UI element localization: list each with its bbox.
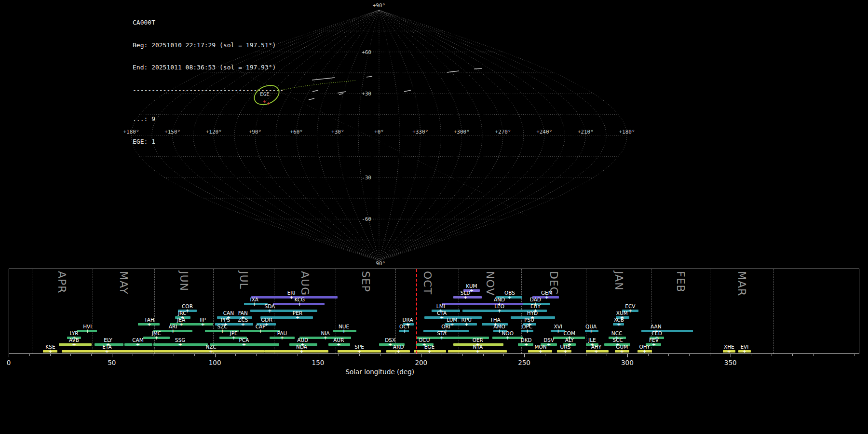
x-minor-tick [586, 354, 586, 356]
x-minor-tick [153, 354, 153, 356]
shower-peak-mark: + [508, 295, 511, 300]
shower-peak-mark: + [242, 342, 245, 348]
shower-peak-mark: + [389, 342, 392, 348]
x-minor-tick [751, 354, 751, 356]
shower-peak-mark: + [296, 315, 299, 321]
x-major-tick [318, 354, 318, 357]
activity-chart: APRMAYJUNJULAUGSEPOCTNOVDECJANFEBMARKUM+… [9, 269, 859, 382]
shower-peak-mark: + [643, 349, 646, 354]
x-minor-tick [380, 354, 380, 356]
month-boundary-line [93, 269, 93, 353]
galactic-plane-line [221, 62, 527, 216]
meteor-trail [447, 71, 459, 72]
lat-tick-label: -60 [362, 216, 371, 222]
x-major-tick [112, 354, 112, 357]
month-label: JAN [613, 271, 624, 291]
shower-peak-mark: + [464, 295, 467, 300]
shower-peak-mark: + [547, 342, 551, 348]
shower-peak-mark: + [397, 349, 400, 354]
shower-bar-and [442, 303, 526, 305]
month-boundary-line [213, 269, 214, 353]
x-minor-tick [483, 354, 484, 356]
meteor-trail [404, 90, 411, 92]
x-tick-label: 300 [621, 359, 634, 366]
shower-bar-sld [453, 296, 482, 298]
meteor-trail [309, 98, 314, 100]
lon-tick-label: +150° [164, 129, 180, 135]
lon-tick-label: +180° [619, 129, 635, 135]
x-minor-tick [854, 354, 854, 356]
shower-peak-mark: + [324, 335, 327, 341]
lon-tick-label: +300° [454, 129, 470, 135]
x-major-tick [215, 354, 216, 357]
month-boundary-line [586, 269, 586, 353]
shower-peak-mark: + [589, 328, 593, 334]
shower-peak-mark: + [727, 349, 731, 354]
month-label: AUG [299, 271, 310, 296]
sky-map: +180°+150°+120°+90°+60°+30°+0°+330°+300°… [0, 0, 868, 268]
meteor-trail [312, 78, 335, 80]
shower-peak-mark: + [298, 301, 301, 307]
month-label: MAR [736, 271, 747, 296]
x-minor-tick [133, 354, 133, 356]
x-minor-tick [545, 354, 545, 356]
lon-tick-label: +60° [290, 129, 303, 135]
month-label: MAY [118, 271, 129, 295]
x-minor-tick [648, 354, 649, 356]
shower-peak-mark: + [280, 335, 284, 341]
x-minor-tick [194, 354, 195, 356]
shower-peak-mark: + [564, 349, 567, 354]
shower-peak-mark: + [178, 342, 182, 348]
x-minor-tick [339, 354, 339, 356]
x-minor-tick [503, 354, 504, 356]
current-sol-line [416, 269, 417, 353]
month-label: SEP [360, 271, 371, 292]
x-minor-tick [566, 354, 566, 356]
lon-tick-label: +210° [578, 129, 594, 135]
x-minor-tick [710, 354, 710, 356]
lat-tick-label: +30 [362, 91, 371, 97]
shower-peak-mark: + [506, 335, 509, 341]
x-tick-label: 100 [209, 359, 221, 366]
shower-peak-mark: + [290, 295, 293, 300]
shower-bar-nda [265, 350, 328, 353]
shower-peak-mark: + [403, 328, 407, 334]
shower-peak-mark: + [556, 328, 560, 334]
shower-peak-mark: + [595, 349, 598, 354]
shower-peak-mark: + [476, 349, 479, 354]
x-minor-tick [174, 354, 174, 356]
x-minor-tick [834, 354, 834, 356]
lon-tick-label: +120° [206, 129, 222, 135]
shower-peak-mark: + [620, 349, 624, 354]
shower-peak-mark: + [525, 342, 528, 348]
shower-bar-leo [462, 310, 523, 312]
shower-peak-mark: + [498, 308, 501, 314]
x-tick-label: 150 [312, 359, 325, 366]
x-major-tick [627, 354, 628, 357]
lon-tick-label: +330° [412, 129, 428, 135]
x-minor-tick [792, 354, 793, 356]
meteor-trail [338, 92, 346, 93]
shower-peak-mark: + [652, 342, 655, 348]
lat-tick-label: +90° [373, 2, 386, 9]
shower-peak-mark: + [72, 342, 76, 348]
x-minor-tick [442, 354, 442, 356]
month-label: JUN [178, 271, 189, 291]
shower-peak-mark: + [342, 328, 345, 334]
shower-peak-mark: + [49, 349, 52, 354]
lon-tick-label: +270° [495, 129, 511, 135]
shower-peak-mark: + [148, 322, 151, 327]
x-tick-label: 250 [518, 359, 530, 366]
shower-peak-mark: + [155, 335, 158, 341]
shower-peak-mark: + [440, 315, 443, 321]
x-minor-tick [607, 354, 607, 356]
month-label: APR [56, 271, 67, 294]
x-minor-tick [91, 354, 92, 356]
month-boundary-line [710, 269, 710, 353]
month-label: NOV [485, 271, 495, 296]
meteor-trail [312, 90, 318, 92]
x-minor-tick [256, 354, 257, 356]
shower-peak-mark: + [440, 335, 443, 341]
x-minor-tick [277, 354, 277, 356]
x-tick-label: 50 [108, 359, 116, 366]
